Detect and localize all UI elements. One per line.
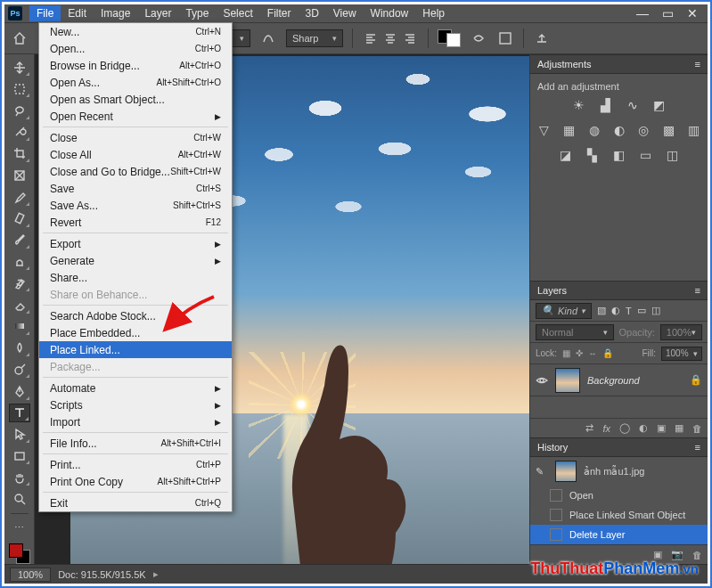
curves-icon[interactable]: ∿ (625, 97, 641, 113)
menu-help[interactable]: Help (415, 5, 452, 21)
crop-tool[interactable] (9, 144, 30, 163)
minimize-button[interactable]: — (636, 6, 649, 20)
lasso-tool[interactable] (9, 101, 30, 119)
antialiasing-select[interactable]: Sharp ▾ (286, 29, 343, 47)
panel-menu-icon[interactable]: ≡ (695, 59, 700, 69)
hand-tool[interactable] (9, 468, 30, 486)
filter-shape-icon[interactable]: ▭ (637, 305, 646, 316)
layer-fx-icon[interactable]: fx (602, 423, 610, 434)
file-menu-item[interactable]: Print One CopyAlt+Shift+Ctrl+P (39, 473, 232, 490)
menu-type[interactable]: Type (178, 5, 216, 21)
file-menu-item[interactable]: CloseCtrl+W (39, 129, 232, 146)
type-tool[interactable] (9, 404, 30, 422)
lock-position-icon[interactable]: ✜ (576, 348, 583, 358)
new-layer-icon[interactable]: ▦ (675, 422, 683, 434)
path-select-tool[interactable] (9, 425, 30, 444)
file-menu-item[interactable]: Place Linked... (39, 341, 232, 358)
colorbalance-icon[interactable]: ◍ (587, 122, 602, 138)
frame-tool[interactable] (9, 166, 30, 184)
file-menu-item[interactable]: Search Adobe Stock... (39, 307, 232, 324)
colorlookup-icon[interactable]: ▥ (686, 122, 700, 138)
history-step[interactable]: Delete Layer (530, 525, 708, 544)
file-menu-item[interactable]: Share... (39, 269, 232, 286)
brightness-icon[interactable]: ☀ (571, 97, 587, 113)
bw-icon[interactable]: ◐ (612, 122, 626, 138)
invert-icon[interactable]: ◪ (558, 147, 574, 163)
file-menu-item[interactable]: Generate▶ (39, 252, 232, 269)
panel-menu-icon[interactable]: ≡ (695, 285, 700, 296)
maximize-button[interactable]: ▭ (661, 6, 674, 20)
align-left-button[interactable] (362, 29, 380, 47)
file-menu-item[interactable]: Scripts▶ (39, 396, 232, 413)
layer-row[interactable]: Background 🔒 (530, 364, 708, 396)
menu-layer[interactable]: Layer (137, 5, 178, 21)
file-menu-item[interactable]: ExitCtrl+Q (39, 494, 232, 511)
file-menu-item[interactable]: RevertF12 (39, 214, 232, 231)
file-menu-item[interactable]: New...Ctrl+N (39, 23, 232, 40)
visibility-icon[interactable] (536, 374, 548, 387)
menu-filter[interactable]: Filter (260, 5, 299, 21)
vibrance-icon[interactable]: ▽ (537, 122, 552, 138)
posterize-icon[interactable]: ▚ (585, 147, 601, 163)
group-icon[interactable]: ▣ (657, 422, 666, 434)
marquee-tool[interactable] (9, 79, 30, 98)
file-menu-item[interactable]: Open Recent▶ (39, 108, 232, 125)
menu-file[interactable]: File (29, 5, 61, 21)
zoom-level[interactable]: 100% (10, 568, 51, 582)
healing-tool[interactable] (9, 209, 30, 228)
channelmixer-icon[interactable]: ▩ (661, 122, 675, 138)
file-menu-item[interactable]: Open as Smart Object... (39, 91, 232, 108)
exposure-icon[interactable]: ◩ (651, 97, 667, 113)
eyedropper-tool[interactable] (9, 187, 30, 206)
file-menu-item[interactable]: Save As...Shift+Ctrl+S (39, 197, 232, 214)
edit-toolbar-button[interactable]: ⋯ (9, 519, 30, 537)
file-menu-item[interactable]: Automate▶ (39, 380, 232, 396)
layer-mask-icon[interactable]: ◯ (619, 422, 630, 434)
filter-type-icon[interactable]: T (626, 306, 632, 316)
character-panel-button[interactable] (496, 29, 514, 47)
filter-adjust-icon[interactable]: ◐ (611, 305, 620, 316)
file-menu-item[interactable]: Browse in Bridge...Alt+Ctrl+O (39, 57, 232, 74)
file-menu-item[interactable]: SaveCtrl+S (39, 180, 232, 197)
filter-pixel-icon[interactable]: ▧ (597, 305, 606, 316)
selectivecolor-icon[interactable]: ◫ (665, 147, 681, 163)
menu-edit[interactable]: Edit (61, 5, 94, 21)
file-menu-item[interactable]: File Info...Alt+Shift+Ctrl+I (39, 435, 232, 452)
file-menu-item[interactable]: Open...Ctrl+O (39, 40, 232, 57)
new-doc-from-state-icon[interactable]: ▣ (653, 549, 662, 560)
lock-pixels-icon[interactable]: ▦ (562, 348, 570, 358)
align-right-button[interactable] (401, 29, 419, 47)
photofilter-icon[interactable]: ◎ (636, 122, 651, 138)
move-tool[interactable] (9, 58, 30, 77)
foreground-background-swatch[interactable] (9, 543, 30, 564)
link-layers-icon[interactable]: ⇄ (585, 422, 593, 434)
hue-icon[interactable]: ▦ (562, 122, 577, 138)
pen-tool[interactable] (9, 381, 30, 400)
eraser-tool[interactable] (9, 295, 30, 314)
file-menu-item[interactable]: Close and Go to Bridge...Shift+Ctrl+W (39, 163, 232, 180)
menu-3d[interactable]: 3D (298, 5, 325, 21)
fill-input[interactable]: 100%▾ (661, 347, 702, 361)
panel-menu-icon[interactable]: ≡ (695, 442, 700, 453)
file-menu-item[interactable]: Print...Ctrl+P (39, 456, 232, 473)
gradient-tool[interactable] (9, 317, 30, 336)
history-step[interactable]: Open (530, 486, 708, 505)
blend-mode-select[interactable]: Normal▾ (536, 324, 614, 340)
quick-share-button[interactable] (533, 29, 551, 47)
history-step[interactable]: Place Linked Smart Object (530, 505, 708, 525)
text-color-swatch[interactable] (438, 29, 461, 47)
lock-all-icon[interactable]: 🔒 (602, 348, 613, 358)
snapshot-icon[interactable]: ✎ (536, 466, 548, 478)
file-menu-item[interactable]: Export▶ (39, 235, 232, 252)
lock-icon[interactable]: 🔒 (690, 374, 702, 386)
clone-stamp-tool[interactable] (9, 252, 30, 271)
gradientmap-icon[interactable]: ▭ (638, 147, 654, 163)
new-snapshot-icon[interactable]: 📷 (671, 549, 683, 560)
close-button[interactable]: ✕ (686, 6, 699, 20)
delete-state-icon[interactable]: 🗑 (692, 550, 702, 560)
opacity-input[interactable]: 100%▾ (660, 324, 702, 340)
delete-layer-icon[interactable]: 🗑 (692, 423, 702, 434)
menu-window[interactable]: Window (364, 5, 416, 21)
threshold-icon[interactable]: ◧ (611, 147, 627, 163)
dodge-tool[interactable] (9, 360, 30, 379)
